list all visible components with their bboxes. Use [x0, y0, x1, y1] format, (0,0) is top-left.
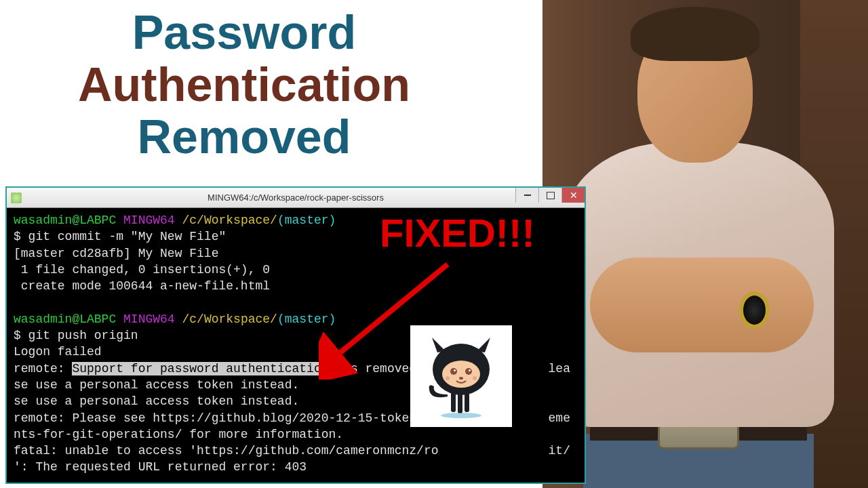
fixed-annotation: FIXED!!!: [380, 210, 535, 256]
prompt-branch: (master): [277, 214, 336, 227]
prompt-user: wasadmin@LABPC: [14, 214, 116, 227]
headline-line-3: Removed: [41, 111, 448, 163]
maximize-button[interactable]: [538, 188, 561, 203]
terminal-command: $ git push origin: [14, 329, 138, 342]
prompt-env: MINGW64: [123, 312, 175, 326]
svg-point-5: [465, 368, 472, 375]
terminal-output: ': The requested URL returned error: 403: [14, 460, 307, 474]
svg-point-4: [450, 368, 457, 375]
minimize-button[interactable]: [515, 188, 538, 203]
terminal-output: remote:: [14, 362, 72, 375]
headline-line-1: Password: [41, 7, 448, 59]
svg-point-7: [469, 369, 471, 371]
svg-rect-11: [451, 392, 456, 412]
terminal-output: se use a personal access token instead.: [14, 378, 299, 392]
close-button[interactable]: ✕: [561, 188, 585, 203]
headline: Password Authentication Removed: [41, 7, 448, 163]
terminal-output: create mode 100644 a-new-file.html: [14, 279, 270, 293]
svg-point-6: [454, 369, 456, 371]
terminal-output: se use a personal access token instead.: [14, 394, 299, 408]
person: [549, 0, 834, 488]
presenter-photo: [542, 0, 868, 488]
terminal-output: nts-for-git-operations/ for more informa…: [14, 428, 343, 441]
terminal-output: fatal: unable to access 'https://github.…: [14, 444, 570, 458]
svg-rect-13: [465, 392, 469, 412]
svg-rect-12: [458, 392, 462, 413]
prompt-user: wasadmin@LABPC: [14, 312, 116, 326]
prompt-path: /c/Workspace/: [182, 312, 277, 326]
svg-point-8: [459, 377, 463, 380]
terminal-command: $ git commit -m "My New File": [14, 230, 226, 243]
headline-line-2: Authentication: [41, 59, 448, 111]
terminal-output: [master cd28afb] My New File: [14, 247, 218, 260]
terminal-output: 1 file changed, 0 insertions(+), 0: [14, 263, 270, 277]
prompt-env: MINGW64: [123, 214, 175, 227]
terminal-output: Logon failed: [14, 345, 102, 359]
window-controls: ✕: [515, 188, 585, 204]
prompt-path: /c/Workspace/: [182, 214, 277, 227]
svg-point-9: [446, 376, 450, 380]
svg-point-10: [473, 376, 477, 380]
github-octocat-logo: [410, 325, 512, 427]
prompt-branch: (master): [277, 312, 336, 326]
highlighted-error: Support for password authentication: [72, 362, 328, 375]
window-title: MINGW64:/c/Workspace/rock-paper-scissors: [7, 192, 585, 203]
window-titlebar[interactable]: MINGW64:/c/Workspace/rock-paper-scissors…: [7, 188, 585, 208]
svg-point-14: [441, 413, 481, 418]
